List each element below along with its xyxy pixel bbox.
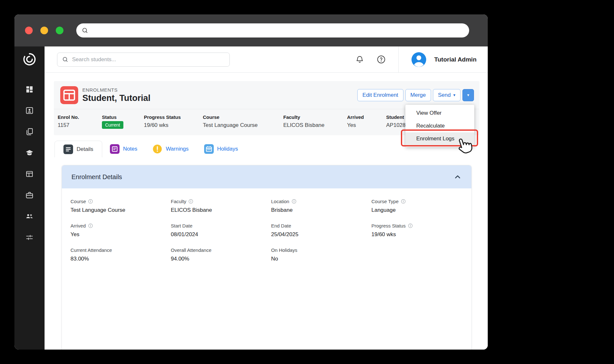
- sidebar: [14, 46, 45, 350]
- main-content: Tutorial Admin ENROLMENTS Student, Tutor…: [45, 46, 488, 350]
- status-badge: Current: [102, 121, 123, 129]
- info-icon[interactable]: [88, 199, 93, 204]
- app-logo[interactable]: [21, 51, 38, 68]
- field-arrived: Arrived Yes: [71, 223, 171, 238]
- summary-course: Course Test Language Course: [203, 114, 283, 129]
- field-current-attendance: Current Attendance 83.00%: [71, 247, 171, 262]
- sidebar-item-enrolments[interactable]: [25, 170, 34, 178]
- send-label: Send: [438, 92, 451, 98]
- field-start-date: Start Date 08/01/2024: [171, 223, 271, 238]
- student-search: [57, 53, 230, 67]
- sidebar-nav: [25, 85, 34, 242]
- merge-label: Merge: [411, 92, 426, 98]
- tab-details[interactable]: Details: [54, 141, 102, 157]
- field-course-type: Course Type Language: [371, 199, 471, 213]
- topbar-divider: [398, 46, 399, 72]
- field-overall-attendance: Overall Attendance 94.00%: [171, 247, 271, 262]
- tab-warnings[interactable]: Warnings: [145, 141, 196, 157]
- summary-enrol-no: Enrol No. 1157: [58, 114, 102, 129]
- info-icon[interactable]: [188, 199, 193, 204]
- table-icon: [25, 170, 34, 178]
- sidebar-item-courses[interactable]: [25, 149, 34, 157]
- sidebar-item-agents[interactable]: [25, 212, 34, 220]
- enrolments-icon: [60, 86, 78, 104]
- card-title: Enrolment Details: [71, 173, 122, 181]
- tab-holidays[interactable]: Holidays: [196, 141, 246, 157]
- sliders-icon: [25, 233, 34, 242]
- send-button[interactable]: Send▾: [433, 89, 460, 101]
- app-topbar: Tutorial Admin: [45, 46, 488, 73]
- sidebar-item-settings[interactable]: [25, 233, 34, 242]
- search-icon: [81, 27, 88, 34]
- field-end-date: End Date 25/04/2025: [271, 223, 371, 238]
- app-window: Tutorial Admin ENROLMENTS Student, Tutor…: [14, 14, 488, 350]
- enrolment-fields-grid: Course Test Language Course Faculty ELIC…: [62, 188, 471, 272]
- help-icon: [377, 55, 386, 64]
- menu-item-view-offer[interactable]: View Offer: [405, 107, 474, 120]
- info-icon[interactable]: [401, 199, 406, 204]
- enrolment-actions: Edit Enrolment Merge Send▾ ▾: [357, 89, 474, 101]
- dashboard-icon: [25, 85, 34, 94]
- close-window-button[interactable]: [25, 27, 33, 34]
- summary-faculty: Faculty ELICOS Bisbane: [283, 114, 347, 129]
- contacts-icon: [25, 106, 34, 115]
- sidebar-item-contacts[interactable]: [25, 106, 34, 115]
- send-dropdown-menu: View Offer Recalculate Enrolment Logs: [405, 105, 474, 147]
- merge-button[interactable]: Merge: [405, 89, 431, 101]
- search-students-input[interactable]: [57, 53, 229, 66]
- graduation-cap-icon: [25, 149, 34, 157]
- people-icon: [25, 212, 34, 220]
- chevron-down-icon: ▾: [467, 93, 469, 97]
- window-controls: [25, 27, 63, 34]
- collapse-section-button[interactable]: [453, 173, 462, 181]
- field-on-holidays: On Holidays No: [271, 247, 371, 262]
- browser-address-bar[interactable]: [76, 23, 469, 37]
- menu-item-recalculate[interactable]: Recalculate: [405, 120, 474, 132]
- help-button[interactable]: [377, 55, 386, 64]
- summary-arrived: Arrived Yes: [347, 114, 386, 129]
- tab-notes[interactable]: Notes: [102, 141, 145, 157]
- details-icon: [63, 145, 73, 154]
- field-progress-status: Progress Status 19/60 wks: [371, 223, 471, 238]
- documents-icon: [25, 128, 34, 136]
- briefcase-icon: [25, 191, 34, 199]
- edit-enrolment-button[interactable]: Edit Enrolment: [357, 89, 403, 101]
- enrolment-details-header[interactable]: Enrolment Details: [62, 165, 471, 188]
- chevron-down-icon: ▾: [453, 93, 455, 97]
- bell-icon: [355, 55, 364, 64]
- edit-enrolment-label: Edit Enrolment: [362, 92, 398, 98]
- info-icon[interactable]: [408, 223, 413, 228]
- user-name: Tutorial Admin: [434, 56, 477, 63]
- user-avatar[interactable]: [411, 52, 427, 68]
- summary-progress-status: Progress Status 19/60 wks: [144, 114, 203, 129]
- field-location: Location Brisbane: [271, 199, 371, 213]
- enrolment-details-card: Enrolment Details Course Test Language C…: [62, 165, 472, 350]
- chevron-up-icon: [453, 173, 462, 181]
- zoom-window-button[interactable]: [56, 27, 63, 34]
- more-actions-button[interactable]: ▾: [462, 89, 474, 101]
- field-faculty: Faculty ELICOS Bisbane: [171, 199, 271, 213]
- sidebar-item-dashboard[interactable]: [25, 85, 34, 94]
- window-titlebar: [14, 14, 488, 46]
- info-icon[interactable]: [88, 223, 93, 228]
- sidebar-item-documents[interactable]: [25, 128, 34, 136]
- page-title: Student, Tutorial: [82, 93, 150, 103]
- summary-status: Status Current: [102, 114, 144, 129]
- calendar-icon: [204, 144, 214, 154]
- field-course: Course Test Language Course: [71, 199, 171, 213]
- search-icon: [62, 56, 69, 63]
- address-bar-input[interactable]: [88, 23, 469, 37]
- account-icon: [411, 52, 427, 68]
- minimize-window-button[interactable]: [40, 27, 48, 34]
- info-icon[interactable]: [292, 199, 296, 204]
- menu-item-enrolment-logs[interactable]: Enrolment Logs: [405, 132, 474, 145]
- notes-icon: [110, 144, 120, 154]
- warning-icon: [153, 144, 162, 154]
- section-label: ENROLMENTS: [82, 87, 150, 93]
- sidebar-item-staff[interactable]: [25, 191, 34, 199]
- notifications-button[interactable]: [355, 55, 364, 64]
- app-logo-icon: [22, 52, 37, 67]
